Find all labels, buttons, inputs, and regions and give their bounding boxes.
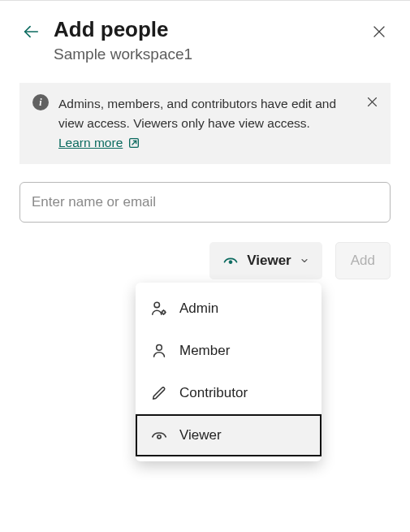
menu-item-label: Member [179, 343, 230, 359]
svg-point-14 [157, 345, 162, 351]
back-button[interactable] [19, 20, 42, 43]
info-text: Admins, members, and contributors have e… [58, 94, 378, 153]
menu-item-viewer[interactable]: Viewer [136, 414, 322, 456]
member-icon [150, 342, 168, 360]
menu-item-label: Contributor [179, 385, 248, 401]
add-button[interactable]: Add [335, 242, 391, 279]
menu-item-member[interactable]: Member [136, 330, 322, 372]
info-icon: i [32, 94, 49, 110]
svg-point-8 [154, 302, 159, 307]
svg-line-4 [132, 141, 136, 145]
page-subtitle: Sample workspace1 [54, 45, 391, 63]
learn-more-link[interactable]: Learn more [58, 133, 140, 153]
viewer-icon [150, 426, 168, 444]
close-icon [372, 24, 386, 39]
arrow-left-icon [22, 23, 40, 41]
page-title: Add people [54, 17, 391, 42]
viewer-icon [222, 253, 239, 269]
contributor-icon [150, 384, 168, 402]
role-dropdown: Admin Member Contributor Viewer [136, 283, 322, 461]
close-button[interactable] [368, 20, 391, 43]
role-select-button[interactable]: Viewer [209, 242, 322, 279]
dismiss-info-button[interactable] [363, 93, 381, 110]
role-selected-label: Viewer [247, 253, 291, 269]
svg-point-15 [158, 435, 161, 439]
external-link-icon [127, 136, 140, 149]
info-banner: i Admins, members, and contributors have… [19, 83, 391, 164]
name-email-input[interactable] [19, 182, 391, 223]
menu-item-label: Viewer [179, 427, 222, 443]
menu-item-contributor[interactable]: Contributor [136, 372, 322, 414]
svg-point-7 [229, 261, 232, 264]
menu-item-admin[interactable]: Admin [136, 288, 322, 330]
chevron-down-icon [300, 256, 309, 266]
admin-icon [150, 300, 168, 318]
menu-item-label: Admin [179, 301, 218, 317]
close-icon [366, 96, 378, 108]
